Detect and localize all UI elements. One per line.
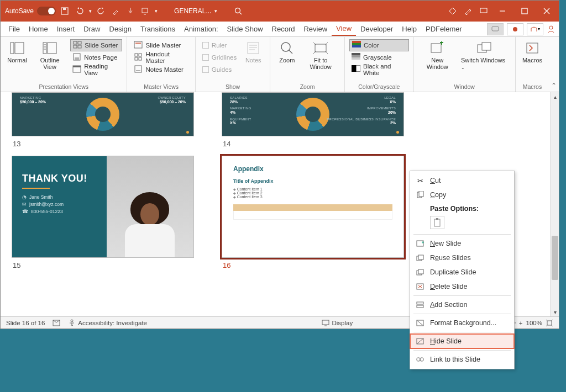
account-icon[interactable] (547, 25, 555, 34)
from-beginning-icon[interactable] (140, 7, 149, 15)
svg-rect-61 (420, 358, 423, 361)
ctx-format-background[interactable]: Format Background... (410, 316, 514, 330)
new-window-button[interactable]: New Window (418, 39, 457, 71)
appendix-heading: Appendix (233, 165, 392, 173)
tab-file[interactable]: File (4, 23, 24, 35)
fit-icon[interactable] (546, 319, 553, 327)
undo-icon[interactable] (75, 7, 83, 15)
scroll-down-icon[interactable]: ▾ (551, 308, 559, 316)
close-button[interactable] (539, 3, 554, 19)
touch-mode-icon[interactable] (126, 7, 135, 15)
svg-point-7 (513, 27, 517, 31)
diamond-icon[interactable] (448, 7, 457, 15)
ctx-new-slide[interactable]: New SlideNew Slide (410, 236, 514, 251)
pen-icon[interactable] (464, 7, 473, 15)
svg-rect-16 (78, 45, 81, 48)
notes-page-button[interactable]: Notes Page (70, 51, 122, 63)
tab-animations[interactable]: Animation: (180, 23, 222, 35)
autosave-toggle[interactable] (37, 7, 56, 15)
slide-15-thumb[interactable]: THANK YOU! ◔Jane Smith ✉jsmith@xyz.com ☎… (12, 156, 194, 258)
svg-rect-10 (15, 43, 24, 54)
display-settings[interactable]: Display (322, 320, 353, 326)
ctx-cut[interactable]: ✂CuCutt (410, 173, 514, 188)
svg-rect-15 (74, 45, 77, 48)
filename[interactable]: GENERAL... (174, 7, 211, 15)
undo-dropdown-icon[interactable]: ▾ (89, 8, 92, 14)
zoom-button[interactable]: Zoom (275, 39, 299, 65)
tab-help[interactable]: Help (397, 23, 421, 35)
notes-icon (245, 40, 261, 56)
slide-13-thumb[interactable]: MARKETING$50,000 – 20% OWNER EQUITY$50,0… (12, 92, 194, 136)
svg-rect-30 (352, 41, 361, 43)
search-icon[interactable] (234, 7, 243, 15)
thankyou-heading: THANK YOU! (22, 173, 97, 184)
tab-developer[interactable]: Developer (356, 23, 397, 35)
tab-design[interactable]: Design (105, 23, 136, 35)
slide-16-thumb[interactable]: Appendix Title of Appendix Content Item … (222, 156, 404, 258)
ctx-delete-slide[interactable]: Delete SlideDelete Slide (410, 279, 514, 294)
paste-option-button[interactable] (430, 216, 444, 229)
ctx-add-section[interactable]: Add SectionAdd Section (410, 298, 514, 312)
bw-button[interactable]: Black and White (349, 63, 409, 76)
slide-14-thumb[interactable]: SALARIES28% MARKETING4% EQUIPMENTX% LEGA… (222, 92, 404, 136)
qat-more-icon[interactable]: ▾ (155, 8, 158, 14)
maximize-button[interactable] (517, 3, 532, 19)
switch-windows-button[interactable]: Switch Windows ⌄ (459, 39, 511, 71)
tab-draw[interactable]: Draw (79, 23, 104, 35)
ctx-copy[interactable]: CopyCopy (410, 188, 514, 202)
guides-check: Guides (200, 63, 239, 76)
slide-16-number: 16 (223, 261, 404, 269)
new-slide-icon (416, 239, 424, 248)
tab-pdfelemer[interactable]: PDFelemer (421, 23, 467, 35)
ctx-reuse-slides[interactable]: Reuse SlidesReuse Slides (410, 251, 514, 265)
notes-button: Notes (241, 39, 265, 65)
tab-insert[interactable]: Insert (53, 23, 80, 35)
tab-transitions[interactable]: Transitions (136, 23, 180, 35)
outline-view-button[interactable]: Outline View (32, 39, 68, 71)
notes-master-button[interactable]: Notes Master (132, 63, 190, 76)
share-button[interactable]: ▾ (527, 23, 543, 35)
tab-review[interactable]: Review (299, 23, 332, 35)
save-icon[interactable] (60, 7, 69, 15)
eyedropper-icon[interactable] (112, 7, 120, 15)
reading-view-button[interactable]: Reading View (70, 63, 122, 76)
macros-button[interactable]: Macros (520, 39, 544, 65)
macros-icon (525, 40, 540, 56)
slide-master-button[interactable]: Slide Master (132, 39, 190, 51)
collapse-ribbon-icon[interactable]: ⌃ (551, 82, 557, 89)
handout-master-button[interactable]: Handout Master (132, 51, 190, 63)
svg-rect-24 (135, 57, 138, 60)
svg-rect-29 (315, 44, 326, 52)
notes-status-icon[interactable] (53, 319, 60, 327)
tab-view[interactable]: View (332, 22, 356, 36)
color-icon (352, 41, 361, 50)
present-icon[interactable] (479, 7, 488, 15)
notes-master-icon (134, 65, 143, 74)
new-window-icon (429, 40, 445, 56)
ctx-hide-slide[interactable]: Hide SlideHide Slide (410, 334, 514, 348)
record-indicator-button[interactable] (507, 23, 523, 35)
zoom-percent[interactable]: 100% (526, 320, 542, 326)
svg-rect-23 (139, 54, 142, 56)
ctx-link-slide[interactable]: Link to this Slide (410, 352, 514, 367)
normal-view-button[interactable]: Normal (5, 39, 29, 65)
scroll-thumb[interactable] (552, 236, 558, 280)
accessibility-status[interactable]: Accessibility: Investigate (68, 319, 147, 327)
slide-sorter-button[interactable]: Slide Sorter (70, 39, 122, 51)
section-icon (416, 300, 424, 309)
fit-window-button[interactable]: Fit to Window (301, 39, 340, 71)
minimize-button[interactable] (495, 3, 510, 19)
ctx-duplicate-slide[interactable]: Duplicate Slide (410, 265, 514, 279)
redo-icon[interactable] (97, 7, 106, 15)
tab-record[interactable]: Record (268, 23, 300, 35)
bw-icon (352, 65, 360, 74)
comments-button[interactable] (487, 23, 504, 35)
scroll-up-icon[interactable]: ▴ (551, 92, 559, 101)
vertical-scrollbar[interactable]: ▴ ▾ (550, 92, 559, 316)
tab-home[interactable]: Home (24, 23, 53, 35)
color-button[interactable]: Color (349, 39, 409, 51)
filename-dropdown-icon[interactable]: ▾ (214, 8, 217, 14)
grayscale-button[interactable]: Grayscale (349, 51, 409, 63)
tab-slideshow[interactable]: Slide Show (223, 23, 268, 35)
slide-counter[interactable]: Slide 16 of 16 (6, 320, 45, 326)
